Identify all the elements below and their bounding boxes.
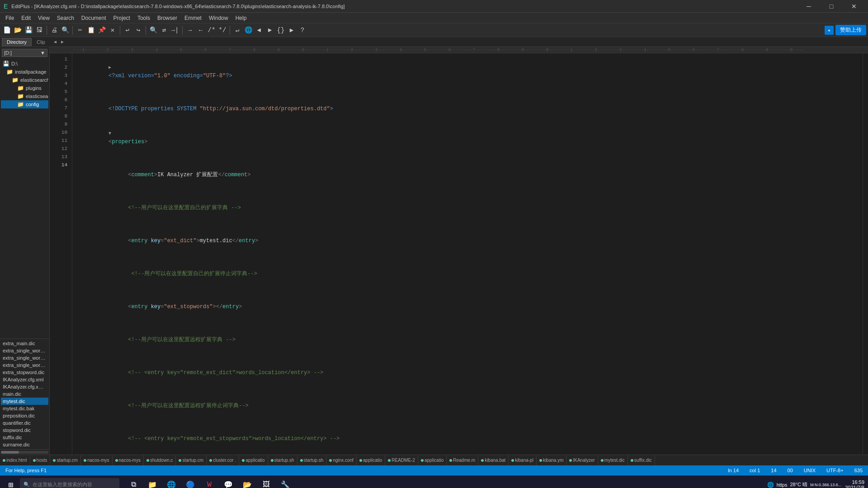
taskbar-photos[interactable]: 🖼 [258, 476, 275, 488]
unindent-button[interactable]: ← [196, 25, 206, 35]
open-button[interactable]: 📂 [13, 25, 23, 35]
btab-nacos-mys1[interactable]: nacos-mys [81, 455, 112, 466]
btab-index-html[interactable]: index.html [0, 455, 30, 466]
file-mytest-dic-bak[interactable]: mytest.dic.bak [1, 405, 48, 412]
uncomment-button[interactable]: */ [217, 25, 227, 35]
btab-kibana-bat[interactable]: kibana.bat [478, 455, 509, 466]
file-extra-stopword[interactable]: extra_stopword.dic [1, 369, 48, 376]
file-main-dic[interactable]: main.dic [1, 390, 48, 398]
btab-cluster-cor[interactable]: cluster.cor . [207, 455, 239, 466]
btab-shutdown[interactable]: shutdown.c [144, 455, 176, 466]
taskbar-wechat[interactable]: 💬 [220, 476, 237, 488]
menu-help[interactable]: Help [232, 13, 250, 23]
btab-startup-cm1[interactable]: startup.cm [50, 455, 81, 466]
btab-nginx-conf[interactable]: nginx.conf [326, 455, 357, 466]
menu-document[interactable]: Document [78, 13, 110, 23]
file-surname[interactable]: surname.dic [1, 441, 48, 448]
h-scrollbar-track[interactable] [1, 451, 48, 454]
taskbar-tool[interactable]: 🔧 [277, 476, 294, 488]
taskbar-task-view[interactable]: ⧉ [125, 476, 142, 488]
file-mytest-dic[interactable]: mytest.dic [1, 398, 48, 405]
new-button[interactable]: 📄 [2, 25, 12, 35]
menu-emmet[interactable]: Emmet [181, 13, 205, 23]
btab-startup-sh2[interactable]: startup.sh [297, 455, 327, 466]
close-button[interactable]: ✕ [844, 0, 864, 13]
fold-arrow-1[interactable]: ▶ [108, 64, 113, 72]
delete-button[interactable]: ✕ [108, 25, 118, 35]
taskbar-chrome[interactable]: 🔵 [182, 476, 199, 488]
maximize-button[interactable]: □ [821, 0, 842, 13]
print-preview-button[interactable]: 🔍 [60, 25, 70, 35]
fold-arrow-2[interactable] [108, 97, 113, 105]
tree-item-elasticsearch7[interactable]: 📁 elasticsearch-7. [1, 76, 48, 84]
btab-suffix-dic[interactable]: suffix.dic [628, 455, 655, 466]
sidebar-scrollbar[interactable] [0, 449, 49, 455]
btab-application2[interactable]: applicatio [357, 455, 385, 466]
prev-doc-button[interactable]: ◄ [254, 25, 264, 35]
tree-item-plugins[interactable]: 📁 plugins [1, 84, 48, 92]
tree-item-analysis-ik[interactable]: 📁 elasticsearch- [1, 92, 48, 100]
paste-button[interactable]: 📌 [97, 25, 107, 35]
start-button[interactable]: ⊞ [4, 478, 18, 488]
status-col-num[interactable]: 00 [786, 468, 795, 473]
print-button[interactable]: 🖨 [49, 25, 59, 35]
goto-button[interactable]: →| [170, 25, 180, 35]
comment-button[interactable]: /* [207, 25, 217, 35]
btab-startup-sh1[interactable]: startup.sh [268, 455, 297, 466]
menu-file[interactable]: File [2, 13, 18, 23]
taskbar-search[interactable]: 🔍 在这里输入您要搜索的内容 [20, 478, 119, 488]
btab-readme-m[interactable]: Readme.m [447, 455, 478, 466]
next-doc-button[interactable]: ► [265, 25, 275, 35]
menu-project[interactable]: Project [110, 13, 134, 23]
drive-selector[interactable]: [D:] ▼ [2, 49, 47, 57]
taskbar-files[interactable]: 📂 [239, 476, 256, 488]
save-button[interactable]: 💾 [24, 25, 33, 35]
find-replace-button[interactable]: ⇄ [159, 25, 169, 35]
save-all-button[interactable]: 🖫 [34, 25, 44, 35]
file-suffix[interactable]: suffix.dic [1, 434, 48, 441]
undo-button[interactable]: ↩ [123, 25, 132, 35]
btab-nacos-mys2[interactable]: nacos-mys [113, 455, 144, 466]
taskbar-wps[interactable]: W [201, 476, 218, 488]
btab-startup-cm2[interactable]: startup.cm [176, 455, 207, 466]
file-stopword[interactable]: stopword.dic [1, 427, 48, 434]
fold-arrow-3[interactable]: ▼ [108, 130, 113, 138]
taskbar-file-explorer[interactable]: 📁 [144, 476, 161, 488]
btab-application1[interactable]: applicatio [239, 455, 268, 466]
file-extra-single-word[interactable]: extra_single_word.dic [1, 347, 48, 354]
menu-window[interactable]: Window [205, 13, 232, 23]
status-col-info[interactable]: col 1 [748, 468, 762, 473]
status-encoding[interactable]: UNIX [802, 468, 817, 473]
clip-tab[interactable]: Clip [32, 38, 50, 46]
copy-button[interactable]: 📋 [86, 25, 96, 35]
btab-hosts[interactable]: hosts [30, 455, 51, 466]
tab-right-arrow[interactable]: ► [59, 38, 66, 45]
status-charset[interactable]: UTF-8+ [825, 468, 845, 473]
directory-tab[interactable]: Directory [2, 38, 32, 46]
menu-browser[interactable]: Browser [154, 13, 181, 23]
code-editor[interactable]: ▶ <?xml version="1.0" encoding="UTF-8"?>… [72, 53, 863, 455]
status-line-num[interactable]: 14 [769, 468, 778, 473]
btab-kibana-pl[interactable]: kibana-pl [509, 455, 537, 466]
tree-item-drive[interactable]: 💾 D:\ [1, 60, 48, 68]
file-extra-single-word-full[interactable]: extra_single_word_full.d [1, 354, 48, 361]
menu-tools[interactable]: Tools [134, 13, 154, 23]
btab-application3[interactable]: applicatio [418, 455, 447, 466]
taskbar-edge[interactable]: 🌐 [163, 476, 180, 488]
browser-button[interactable]: 🌐 [243, 25, 253, 35]
file-quantifier[interactable]: quantifier.dic [1, 419, 48, 427]
menu-edit[interactable]: Edit [18, 13, 34, 23]
file-preposition[interactable]: preposition.dic [1, 412, 48, 419]
file-extra-single-word-low[interactable]: extra_single_word_low_ [1, 361, 48, 369]
vertical-scrollbar[interactable] [863, 53, 868, 455]
help-button[interactable]: ? [297, 25, 307, 35]
minimize-button[interactable]: ─ [798, 0, 819, 13]
wordwrap-button[interactable]: ↵ [232, 25, 242, 35]
btab-ikanalyzer[interactable]: IKAnalyzer [566, 455, 598, 466]
status-line-info[interactable]: ln 14 [726, 468, 741, 473]
run-button[interactable]: ▶ [287, 25, 297, 35]
btab-readme[interactable]: README-2 [385, 455, 418, 466]
btab-mytest-dic[interactable]: mytest.dic [598, 455, 628, 466]
redo-button[interactable]: ↪ [133, 25, 143, 35]
menu-search[interactable]: Search [53, 13, 78, 23]
